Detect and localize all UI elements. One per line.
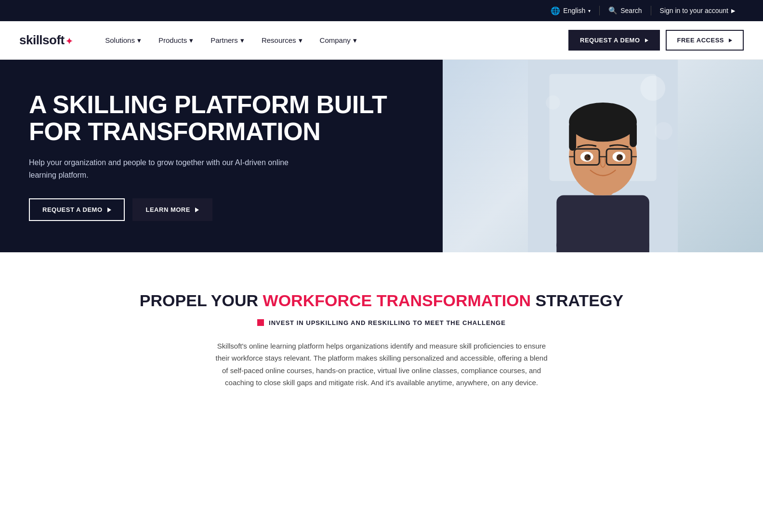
- section-subtitle-label: INVEST IN UPSKILLING AND RESKILLING TO M…: [269, 319, 506, 326]
- search-icon: 🔍: [608, 6, 618, 15]
- nav-partners[interactable]: Partners ▾: [202, 21, 253, 60]
- search-label: Search: [620, 7, 642, 14]
- hero-demo-label: REQUEST A DEMO: [42, 206, 103, 213]
- hero-learn-label: LEARN MORE: [146, 206, 190, 213]
- language-selector[interactable]: 🌐 English ▾: [542, 0, 599, 21]
- request-demo-label: REQUEST A DEMO: [580, 37, 640, 44]
- chevron-partners-icon: ▾: [240, 36, 244, 45]
- nav-links: Solutions ▾ Products ▾ Partners ▾ Resour…: [96, 21, 568, 60]
- chevron-solutions-icon: ▾: [137, 36, 141, 45]
- chevron-resources-icon: ▾: [299, 36, 303, 45]
- svg-point-22: [655, 122, 672, 140]
- chevron-company-icon: ▾: [353, 36, 357, 45]
- logo-star: ✦: [66, 37, 73, 46]
- hero-title: A SKILLING PLATFORM BUILT FOR TRANSFORMA…: [29, 91, 414, 145]
- svg-rect-3: [556, 195, 649, 252]
- nav-solutions-label: Solutions: [105, 36, 135, 44]
- svg-point-18: [587, 156, 589, 157]
- free-access-label: FREE ACCESS: [677, 37, 724, 44]
- logo-text: skillsoft✦: [19, 33, 72, 48]
- svg-point-6: [569, 103, 637, 142]
- nav-actions: REQUEST A DEMO FREE ACCESS: [568, 30, 744, 51]
- hero-image-background: [443, 60, 763, 252]
- hero-buttons: REQUEST A DEMO LEARN MORE: [29, 198, 414, 221]
- nav-partners-label: Partners: [210, 36, 238, 44]
- svg-rect-7: [569, 122, 576, 151]
- section-title-part2: STRATEGY: [531, 291, 623, 310]
- svg-rect-8: [630, 122, 637, 147]
- hero-subtitle: Help your organization and people to gro…: [29, 156, 308, 181]
- top-bar: 🌐 English ▾ 🔍 Search Sign in to your acc…: [0, 0, 763, 21]
- hero-image: [443, 60, 763, 252]
- chevron-products-icon: ▾: [189, 36, 193, 45]
- play-icon-free: [729, 39, 732, 42]
- play-icon: [645, 39, 648, 42]
- chevron-down-icon: ▾: [588, 8, 591, 13]
- nav-products-label: Products: [158, 36, 187, 44]
- svg-point-17: [616, 154, 622, 160]
- free-access-button[interactable]: FREE ACCESS: [666, 30, 744, 51]
- arrow-right-icon: ▶: [731, 8, 735, 14]
- request-demo-button[interactable]: REQUEST A DEMO: [568, 30, 660, 51]
- hero-learn-button[interactable]: LEARN MORE: [132, 198, 212, 221]
- hero-section: A SKILLING PLATFORM BUILT FOR TRANSFORMA…: [0, 60, 763, 252]
- search-button[interactable]: 🔍 Search: [600, 0, 650, 21]
- svg-point-21: [546, 95, 560, 110]
- section-subtitle: INVEST IN UPSKILLING AND RESKILLING TO M…: [19, 319, 744, 326]
- hero-content: A SKILLING PLATFORM BUILT FOR TRANSFORMA…: [0, 60, 443, 252]
- signin-label: Sign in to your account: [660, 7, 728, 14]
- main-nav: skillsoft✦ Solutions ▾ Products ▾ Partne…: [0, 21, 763, 60]
- nav-solutions[interactable]: Solutions ▾: [96, 21, 150, 60]
- hero-demo-play-icon: [107, 208, 111, 212]
- nav-company[interactable]: Company ▾: [311, 21, 366, 60]
- svg-point-19: [619, 156, 621, 157]
- hero-person-illustration: [443, 60, 763, 252]
- globe-icon: 🌐: [551, 6, 560, 15]
- workforce-transform-section: PROPEL YOUR WORKFORCE TRANSFORMATION STR…: [0, 252, 763, 418]
- nav-resources[interactable]: Resources ▾: [253, 21, 311, 60]
- nav-products[interactable]: Products ▾: [150, 21, 202, 60]
- svg-point-20: [640, 76, 665, 101]
- section-body: Skillsoft's online learning platform hel…: [213, 340, 550, 389]
- svg-point-16: [584, 154, 591, 160]
- language-label: English: [563, 7, 585, 14]
- signin-button[interactable]: Sign in to your account ▶: [651, 0, 744, 21]
- nav-company-label: Company: [320, 36, 351, 44]
- hero-demo-button[interactable]: REQUEST A DEMO: [29, 198, 125, 221]
- logo[interactable]: skillsoft✦: [19, 33, 72, 48]
- section-title: PROPEL YOUR WORKFORCE TRANSFORMATION STR…: [19, 291, 744, 311]
- section-title-part1: PROPEL YOUR: [140, 291, 263, 310]
- red-square-icon: [257, 319, 264, 326]
- section-title-highlight: WORKFORCE TRANSFORMATION: [263, 291, 531, 310]
- nav-resources-label: Resources: [262, 36, 296, 44]
- hero-learn-play-icon: [195, 208, 199, 212]
